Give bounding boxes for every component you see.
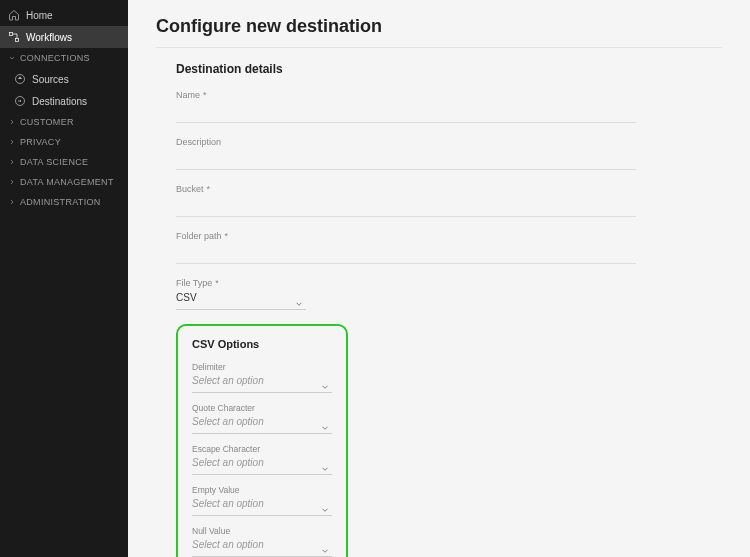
field-file-type: File Type * CSV	[176, 278, 636, 310]
section-label: DATA SCIENCE	[20, 157, 88, 167]
nav-home[interactable]: Home	[0, 4, 128, 26]
chevron-right-icon	[8, 198, 16, 206]
section-label: CUSTOMER	[20, 117, 74, 127]
delimiter-select[interactable]: Select an option	[192, 375, 332, 393]
nav-section-data-science[interactable]: DATA SCIENCE	[0, 152, 128, 172]
nav-label: Home	[26, 10, 53, 21]
description-input[interactable]	[176, 154, 636, 170]
nav-workflows[interactable]: Workflows	[0, 26, 128, 48]
destination-form: Name * Description Bucket *	[176, 90, 636, 310]
workflow-icon	[8, 31, 20, 43]
csv-field-empty: Empty Value Select an option	[192, 485, 332, 516]
section-label: CONNECTIONS	[20, 53, 90, 63]
chevron-down-icon	[8, 54, 16, 62]
svg-rect-0	[10, 33, 13, 36]
folder-path-input[interactable]	[176, 248, 636, 264]
nav-section-data-management[interactable]: DATA MANAGEMENT	[0, 172, 128, 192]
empty-value-select[interactable]: Select an option	[192, 498, 332, 516]
chevron-right-icon	[8, 138, 16, 146]
sources-icon	[14, 73, 26, 85]
chevron-right-icon	[8, 118, 16, 126]
section-label: ADMINISTRATION	[20, 197, 101, 207]
divider	[156, 47, 722, 48]
destinations-icon	[14, 95, 26, 107]
sidebar: Home Workflows CONNECTIONS Sources Desti…	[0, 0, 128, 557]
file-type-select[interactable]: CSV	[176, 292, 306, 310]
field-folder-path: Folder path *	[176, 231, 636, 264]
nav-label: Workflows	[26, 32, 72, 43]
field-label-text: Description	[176, 137, 221, 147]
csv-label: Escape Character	[192, 444, 332, 454]
required-mark: *	[207, 184, 211, 194]
csv-label: Null Value	[192, 526, 332, 536]
field-name: Name *	[176, 90, 636, 123]
chevron-right-icon	[8, 178, 16, 186]
nav-label: Destinations	[32, 96, 87, 107]
nav-section-customer[interactable]: CUSTOMER	[0, 112, 128, 132]
nav-sources[interactable]: Sources	[0, 68, 128, 90]
nav-section-administration[interactable]: ADMINISTRATION	[0, 192, 128, 212]
nav-section-privacy[interactable]: PRIVACY	[0, 132, 128, 152]
chevron-right-icon	[8, 158, 16, 166]
csv-label: Empty Value	[192, 485, 332, 495]
field-label-text: Folder path	[176, 231, 222, 241]
section-label: PRIVACY	[20, 137, 61, 147]
svg-rect-1	[16, 39, 19, 42]
csv-label: Quote Character	[192, 403, 332, 413]
csv-field-delimiter: Delimiter Select an option	[192, 362, 332, 393]
nav-label: Sources	[32, 74, 69, 85]
csv-label: Delimiter	[192, 362, 332, 372]
csv-options-title: CSV Options	[192, 338, 332, 350]
required-mark: *	[215, 278, 219, 288]
csv-field-quote: Quote Character Select an option	[192, 403, 332, 434]
nav-destinations[interactable]: Destinations	[0, 90, 128, 112]
required-mark: *	[225, 231, 229, 241]
section-title: Destination details	[176, 62, 722, 76]
bucket-input[interactable]	[176, 201, 636, 217]
home-icon	[8, 9, 20, 21]
null-value-select[interactable]: Select an option	[192, 539, 332, 557]
field-bucket: Bucket *	[176, 184, 636, 217]
section-label: DATA MANAGEMENT	[20, 177, 114, 187]
required-mark: *	[203, 90, 207, 100]
csv-field-escape: Escape Character Select an option	[192, 444, 332, 475]
csv-field-null: Null Value Select an option	[192, 526, 332, 557]
field-description: Description	[176, 137, 636, 170]
field-label-text: Name	[176, 90, 200, 100]
page-title: Configure new destination	[156, 16, 722, 37]
name-input[interactable]	[176, 107, 636, 123]
field-label-text: Bucket	[176, 184, 204, 194]
nav-section-connections[interactable]: CONNECTIONS	[0, 48, 128, 68]
csv-options-box: CSV Options Delimiter Select an option Q…	[176, 324, 348, 557]
main-content: Configure new destination Destination de…	[128, 0, 750, 557]
escape-character-select[interactable]: Select an option	[192, 457, 332, 475]
quote-character-select[interactable]: Select an option	[192, 416, 332, 434]
field-label-text: File Type	[176, 278, 212, 288]
